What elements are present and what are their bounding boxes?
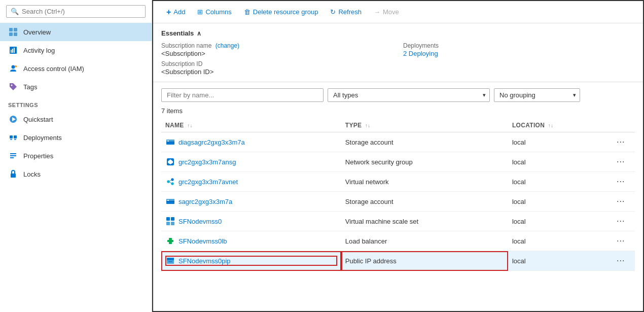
nsg-icon [165, 157, 175, 167]
svg-line-30 [170, 180, 171, 181]
svg-rect-24 [167, 141, 169, 142]
svg-rect-6 [12, 49, 13, 53]
sidebar-item-deployments[interactable]: Deployments [0, 128, 152, 147]
sidebar-item-label: Overview [23, 28, 51, 36]
deployments-value[interactable]: 2 Deploying [403, 50, 635, 57]
search-input[interactable] [22, 8, 141, 15]
sidebar-item-label: Access control (IAM) [23, 65, 84, 73]
location-sort-icon[interactable]: ↑↓ [548, 123, 554, 128]
name-cell: SFNodevmss0 [161, 212, 341, 231]
actions-cell: ··· [610, 152, 635, 172]
sidebar-item-locks[interactable]: Locks [0, 165, 152, 183]
location-cell: local [508, 132, 610, 152]
search-icon: 🔍 [11, 8, 19, 15]
sidebar-item-label: Activity log [23, 47, 55, 54]
resource-name-link[interactable]: grc2gxg3x3m7avnet [178, 178, 238, 186]
subscription-id-label: Subscription ID [161, 60, 393, 67]
actions-column-header [610, 119, 635, 132]
svg-rect-3 [14, 32, 17, 36]
svg-rect-38 [166, 222, 170, 225]
properties-icon [8, 151, 18, 161]
resources-section: All types No grouping 7 items NAME ↑↓ [153, 82, 643, 311]
sidebar-item-quickstart[interactable]: Quickstart [0, 110, 152, 128]
type-cell: Storage account [341, 192, 508, 212]
row-ellipsis-button[interactable]: ··· [614, 156, 628, 167]
resource-name-link[interactable]: diagsagrc2gxg3x3m7a [178, 138, 245, 146]
actions-cell: ··· [610, 231, 635, 251]
move-icon: → [374, 8, 380, 16]
location-cell: local [508, 192, 610, 212]
actions-cell: ··· [610, 251, 635, 271]
type-cell: Virtual machine scale set [341, 212, 508, 231]
row-ellipsis-button[interactable]: ··· [614, 136, 628, 148]
svg-rect-45 [168, 261, 172, 262]
sidebar-item-properties[interactable]: Properties [0, 147, 152, 165]
filter-row: All types No grouping [161, 88, 635, 102]
svg-rect-7 [14, 48, 15, 53]
table-row: SFNodevmss0 Virtual machine scale setloc… [161, 212, 635, 231]
sidebar-item-access-control[interactable]: + Access control (IAM) [0, 59, 152, 78]
tags-icon [8, 82, 18, 92]
svg-point-27 [167, 180, 170, 183]
location-cell: local [508, 251, 610, 271]
grouping-select[interactable]: No grouping [494, 88, 580, 102]
settings-items: Quickstart Deployments Properties Locks [0, 110, 152, 183]
name-column-header: NAME ↑↓ [161, 119, 341, 132]
resource-name-link[interactable]: SFNodevmss0 [178, 218, 222, 225]
vnet-icon [165, 177, 175, 187]
table-row: diagsagrc2gxg3x3m7a Storage accountlocal… [161, 132, 635, 152]
svg-point-29 [171, 182, 174, 185]
type-sort-icon[interactable]: ↑↓ [365, 123, 371, 128]
resource-name-link[interactable]: grc2gxg3x3m7ansg [178, 158, 236, 166]
row-ellipsis-button[interactable]: ··· [614, 176, 628, 187]
columns-button[interactable]: ⊞ Columns [192, 6, 236, 18]
location-cell: local [508, 172, 610, 192]
svg-point-11 [11, 85, 13, 86]
subscription-change-link[interactable]: (change) [216, 42, 239, 49]
resource-name-link[interactable]: SFNodevmss0pip [178, 257, 231, 265]
sidebar-item-overview[interactable]: Overview [0, 23, 152, 41]
name-cell: grc2gxg3x3m7avnet [161, 172, 341, 192]
name-cell: diagsagrc2gxg3x3m7a [161, 132, 341, 152]
row-ellipsis-button[interactable]: ··· [614, 216, 628, 227]
row-ellipsis-button[interactable]: ··· [614, 235, 628, 247]
table-row: SFNodevmss0lb Load balancerlocal··· [161, 231, 635, 251]
sidebar-item-label: Tags [23, 83, 37, 91]
quickstart-icon [8, 114, 18, 124]
move-button[interactable]: → Move [369, 6, 404, 18]
table-header: NAME ↑↓ TYPE ↑↓ LOCATION ↑↓ [161, 119, 635, 132]
svg-rect-37 [171, 217, 174, 221]
type-cell: Virtual network [341, 172, 508, 192]
location-column-header: LOCATION ↑↓ [508, 119, 610, 132]
resource-name-link[interactable]: SFNodevmss0lb [178, 237, 227, 245]
location-cell: local [508, 212, 610, 231]
all-types-select[interactable]: All types [328, 88, 490, 102]
delete-button[interactable]: 🗑 Delete resource group [239, 6, 324, 18]
subscription-id-value: <Subscription ID> [161, 68, 393, 76]
svg-rect-34 [167, 200, 169, 201]
name-sort-icon[interactable]: ↑↓ [187, 123, 193, 128]
sidebar-item-tags[interactable]: Tags [0, 78, 152, 96]
sidebar-item-activity-log[interactable]: Activity log [0, 41, 152, 59]
svg-rect-39 [171, 222, 174, 225]
add-button[interactable]: + Add [161, 5, 190, 19]
subscription-name-label: Subscription name [161, 42, 211, 49]
actions-cell: ··· [610, 132, 635, 152]
row-ellipsis-button[interactable]: ··· [614, 255, 628, 266]
essentials-collapse-icon[interactable]: ∧ [197, 30, 201, 37]
table-container: NAME ↑↓ TYPE ↑↓ LOCATION ↑↓ [161, 119, 635, 311]
resources-table: NAME ↑↓ TYPE ↑↓ LOCATION ↑↓ [161, 119, 635, 271]
svg-rect-42 [169, 242, 172, 244]
svg-rect-40 [167, 240, 173, 242]
type-cell: Public IP address [341, 251, 508, 271]
refresh-button[interactable]: ↻ Refresh [325, 6, 367, 18]
resource-name-link[interactable]: sagrc2gxg3x3m7a [178, 198, 232, 205]
sidebar-item-label: Properties [23, 152, 53, 160]
location-cell: local [508, 152, 610, 172]
name-cell: SFNodevmss0lb [161, 231, 341, 251]
filter-input[interactable] [161, 88, 324, 102]
search-box[interactable]: 🔍 [6, 5, 146, 18]
row-ellipsis-button[interactable]: ··· [614, 196, 628, 207]
essentials-grid: Subscription name (change) <Subscription… [161, 42, 635, 76]
subscription-name-field: Subscription name (change) <Subscription… [161, 42, 393, 76]
